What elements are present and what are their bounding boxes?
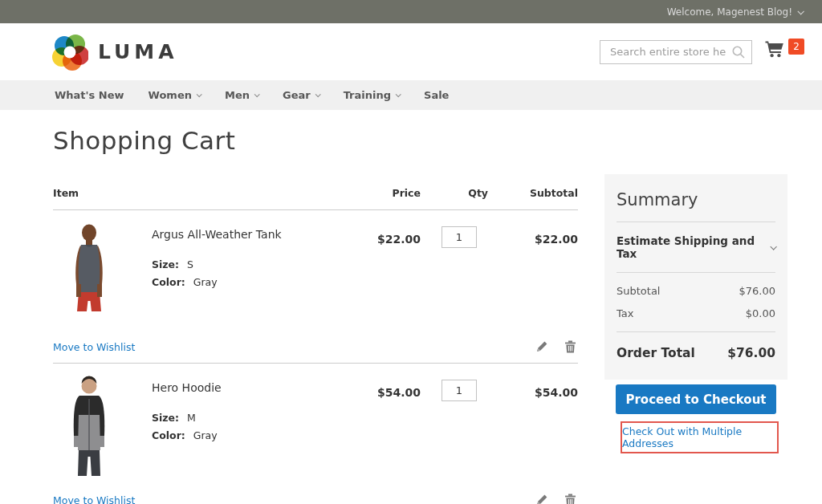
product-image-argus-tank[interactable] xyxy=(53,220,125,332)
remove-item-button[interactable] xyxy=(564,494,576,504)
nav-label: Sale xyxy=(424,89,449,101)
chevron-down-icon xyxy=(797,8,804,14)
chevron-down-icon xyxy=(396,91,401,97)
nav-item-sale[interactable]: Sale xyxy=(424,89,449,101)
color-label: Color: xyxy=(152,429,185,441)
page-title: Shopping Cart xyxy=(53,126,822,155)
col-qty: Qty xyxy=(421,187,498,199)
move-to-wishlist-link[interactable]: Move to Wishlist xyxy=(53,494,135,504)
nav-item-whats-new[interactable]: What's New xyxy=(55,89,124,101)
proceed-to-checkout-button[interactable]: Proceed to Checkout xyxy=(616,384,776,414)
nav-item-training[interactable]: Training xyxy=(344,89,400,101)
tax-row: Tax $0.00 xyxy=(616,307,775,319)
color-label: Color: xyxy=(152,276,185,288)
luma-logo-icon xyxy=(51,34,88,71)
item-subtotal: $54.00 xyxy=(498,373,578,486)
size-label: Size: xyxy=(152,412,179,424)
item-price: $22.00 xyxy=(340,220,421,332)
cart-summary-sidebar: Summary Estimate Shipping and Tax Subtot… xyxy=(604,174,787,453)
cart-item-actions: Move to Wishlist xyxy=(53,332,578,364)
chevron-down-icon xyxy=(254,91,260,97)
nav-item-gear[interactable]: Gear xyxy=(283,89,319,101)
logo-text: LUMA xyxy=(98,40,178,63)
subtotal-row: Subtotal $76.00 xyxy=(616,285,775,297)
main-content: Item Price Qty Subtotal xyxy=(53,155,822,504)
product-name[interactable]: Argus All-Weather Tank xyxy=(152,228,282,241)
main-nav: What's New Women Men Gear Training Sale xyxy=(0,80,822,110)
estimate-label: Estimate Shipping and Tax xyxy=(616,234,765,260)
tax-value: $0.00 xyxy=(746,307,775,319)
minicart-button[interactable]: 2 xyxy=(765,40,804,58)
edit-item-button[interactable] xyxy=(535,494,548,504)
move-to-wishlist-link[interactable]: Move to Wishlist xyxy=(53,341,135,353)
pencil-icon xyxy=(535,340,548,353)
item-price: $54.00 xyxy=(340,373,421,486)
top-bar: Welcome, Magenest Blog! xyxy=(0,0,822,23)
product-image-hero-hoodie[interactable] xyxy=(53,373,125,486)
edit-item-button[interactable] xyxy=(535,340,548,353)
chevron-down-icon xyxy=(197,91,202,97)
order-total-value: $76.00 xyxy=(727,346,775,360)
trash-icon xyxy=(564,340,576,353)
col-item: Item xyxy=(53,187,340,199)
size-value: M xyxy=(187,412,196,424)
nav-label: Gear xyxy=(283,89,311,101)
size-value: S xyxy=(187,258,193,270)
search-icon[interactable] xyxy=(731,45,746,59)
summary-title: Summary xyxy=(616,190,775,209)
cart-item-actions: Move to Wishlist xyxy=(53,486,578,504)
summary-box: Summary Estimate Shipping and Tax Subtot… xyxy=(604,174,787,380)
nav-item-women[interactable]: Women xyxy=(149,89,201,101)
cart-icon xyxy=(765,40,784,58)
color-value: Gray xyxy=(193,429,218,441)
chevron-down-icon xyxy=(315,91,320,97)
store-header: LUMA 2 xyxy=(0,23,822,80)
order-total-row: Order Total $76.00 xyxy=(616,346,775,360)
divider xyxy=(616,272,775,273)
search-input[interactable] xyxy=(600,40,752,64)
cart-item-row: Hero Hoodie Size: M Color: Gray $54.00 xyxy=(53,364,578,486)
divider xyxy=(616,222,775,222)
pencil-icon xyxy=(535,494,548,504)
trash-icon xyxy=(564,494,576,504)
size-label: Size: xyxy=(152,258,179,270)
divider xyxy=(616,331,775,332)
order-total-label: Order Total xyxy=(616,346,695,360)
cart-count-badge: 2 xyxy=(788,39,804,55)
tax-label: Tax xyxy=(616,307,633,319)
cart-table-header: Item Price Qty Subtotal xyxy=(53,187,578,210)
cart-item-row: Argus All-Weather Tank Size: S Color: Gr… xyxy=(53,210,578,332)
nav-label: Women xyxy=(149,89,192,101)
search-box xyxy=(600,40,752,64)
remove-item-button[interactable] xyxy=(564,340,576,353)
account-welcome-dropdown[interactable]: Welcome, Magenest Blog! xyxy=(667,6,803,18)
estimate-shipping-toggle[interactable]: Estimate Shipping and Tax xyxy=(616,234,775,260)
nav-label: Men xyxy=(225,89,250,101)
cart-table: Item Price Qty Subtotal xyxy=(53,187,578,504)
col-subtotal: Subtotal xyxy=(498,187,578,199)
col-price: Price xyxy=(340,187,421,199)
nav-item-men[interactable]: Men xyxy=(225,89,258,101)
subtotal-label: Subtotal xyxy=(616,285,660,297)
nav-label: Training xyxy=(344,89,391,101)
qty-input[interactable] xyxy=(442,226,477,248)
qty-input[interactable] xyxy=(442,380,477,401)
subtotal-value: $76.00 xyxy=(739,285,776,297)
color-value: Gray xyxy=(193,276,218,288)
item-subtotal: $22.00 xyxy=(498,220,578,332)
luma-logo[interactable]: LUMA xyxy=(51,34,178,71)
product-name[interactable]: Hero Hoodie xyxy=(152,381,222,394)
chevron-down-icon xyxy=(771,243,777,250)
nav-label: What's New xyxy=(55,89,124,101)
multiple-addresses-link[interactable]: Check Out with Multiple Addresses xyxy=(622,425,777,449)
welcome-text: Welcome, Magenest Blog! xyxy=(667,6,792,18)
annotation-highlight-box: Check Out with Multiple Addresses xyxy=(621,421,779,453)
